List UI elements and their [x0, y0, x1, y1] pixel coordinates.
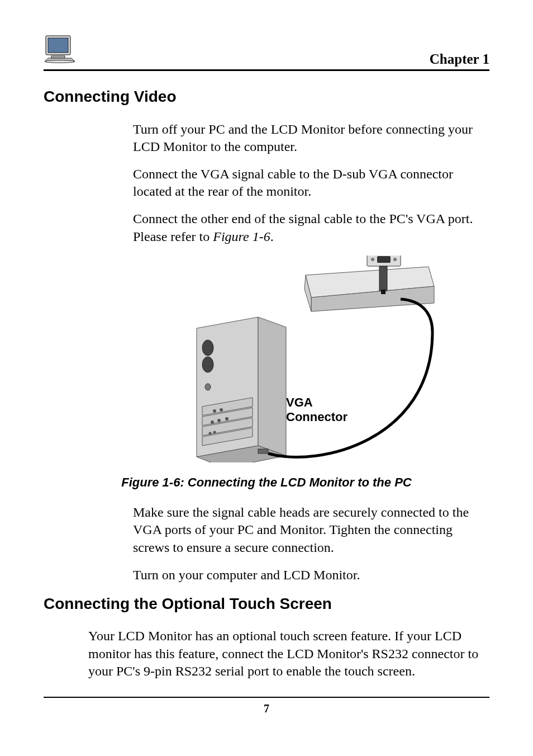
svg-point-3 [45, 60, 75, 63]
monitor-icon [44, 34, 76, 68]
svg-point-23 [213, 409, 216, 413]
svg-point-18 [205, 384, 211, 390]
svg-point-16 [202, 340, 213, 356]
svg-rect-12 [381, 290, 386, 294]
svg-rect-8 [377, 256, 391, 263]
svg-rect-30 [258, 449, 268, 453]
page-header: Chapter 1 [44, 34, 489, 71]
paragraph: Make sure the signal cable heads are sec… [133, 504, 484, 556]
paragraph: Connect the VGA signal cable to the D-su… [133, 166, 484, 200]
svg-point-10 [393, 258, 397, 261]
page-number: 7 [264, 702, 269, 715]
paragraph: Your LCD Monitor has an optional touch s… [88, 627, 484, 680]
svg-point-29 [209, 432, 212, 434]
svg-point-28 [213, 431, 216, 433]
chapter-label: Chapter 1 [430, 50, 489, 69]
paragraph: Turn on your computer and LCD Monitor. [133, 566, 484, 584]
paragraph: Turn off your PC and the LCD Monitor bef… [133, 121, 484, 155]
figure-label-line2: Connector [286, 410, 348, 424]
figure-label-line1: VGA [286, 395, 313, 409]
section-heading-touch-screen: Connecting the Optional Touch Screen [44, 594, 489, 614]
svg-point-17 [202, 357, 213, 372]
text: . [270, 229, 274, 244]
page-footer: 7 [44, 697, 489, 716]
svg-point-27 [225, 417, 229, 420]
paragraph: Connect the other end of the signal cabl… [133, 210, 484, 245]
svg-point-24 [220, 408, 223, 412]
figure-caption: Figure 1-6: Connecting the LCD Monitor t… [44, 475, 489, 491]
figure-vga-connection: VGA Connector [133, 256, 489, 462]
svg-rect-1 [48, 38, 68, 53]
svg-point-25 [211, 420, 214, 424]
figure-reference: Figure 1-6 [213, 229, 270, 244]
svg-point-9 [371, 258, 374, 261]
svg-marker-14 [258, 317, 286, 456]
text: Connect the other end of the signal cabl… [133, 211, 473, 243]
section-heading-connecting-video: Connecting Video [44, 87, 489, 107]
svg-point-26 [217, 419, 221, 422]
svg-rect-11 [379, 266, 387, 291]
svg-rect-2 [51, 56, 65, 58]
